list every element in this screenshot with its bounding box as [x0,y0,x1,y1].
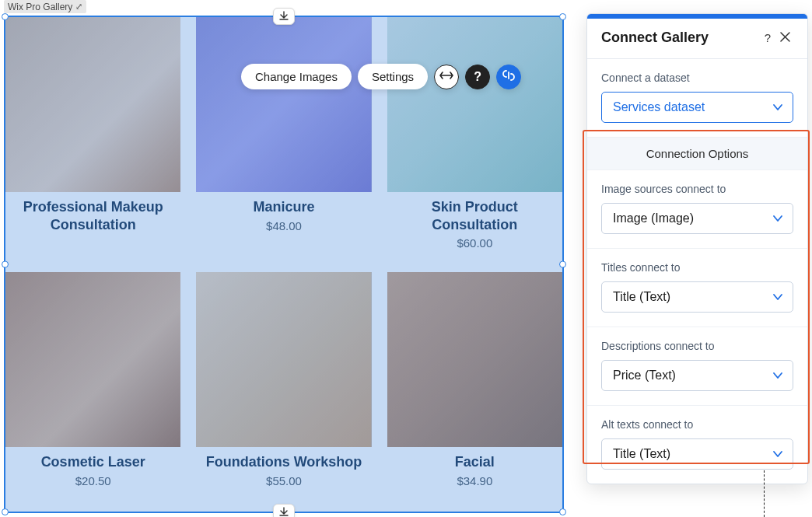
close-icon [780,31,790,44]
descriptions-label: Descriptions connect to [601,340,793,352]
alt-texts-select-value: Title (Text) [613,447,670,460]
titles-select[interactable]: Title (Text) [601,281,793,313]
gallery-card-price: $20.50 [75,474,111,487]
alt-texts-label: Alt texts connect to [601,418,793,431]
help-button[interactable]: ? [465,65,490,89]
dataset-section: Connect a dataset Services dataset [587,59,807,138]
gallery-card-title: Facial [452,453,498,471]
gallery-card[interactable]: Skin Product Consultation $60.00 [387,17,562,257]
gallery-card-image [196,17,371,192]
connect-data-button[interactable] [496,65,521,89]
alt-texts-select[interactable]: Title (Text) [601,438,793,470]
gallery-card-price: $60.00 [457,236,492,250]
resize-handle-mid-right[interactable] [559,261,566,268]
gallery-card-title: Skin Product Consultation [387,198,562,233]
gallery-card-price: $55.00 [266,474,302,487]
panel-title: Connect Gallery [601,30,759,46]
gallery-card-title: Cosmetic Laser [38,453,149,471]
gallery-card-image [387,272,562,447]
gallery-card-price: $34.90 [457,474,492,487]
resize-handle-top-left[interactable] [2,13,9,20]
gallery-card[interactable]: Manicure $48.00 [196,17,371,257]
settings-button[interactable]: Settings [358,64,428,89]
titles-label: Titles connect to [601,261,793,274]
gallery-card-image [5,17,180,192]
gallery-selection[interactable]: Professional Makeup Consultation Manicur… [4,16,564,513]
titles-section: Titles connect to Title (Text) [587,249,807,327]
gallery-card-title: Foundations Workshop [203,453,366,471]
chevron-down-icon [772,369,783,383]
stretch-button[interactable] [434,65,459,89]
chevron-down-icon [772,447,783,461]
gallery-card[interactable]: Cosmetic Laser $20.50 [5,272,180,512]
panel-help-button[interactable]: ? [759,31,776,44]
descriptions-select-value: Price (Text) [613,369,676,382]
chevron-down-icon [772,100,783,114]
gallery-card-price: $48.00 [266,219,302,232]
image-sources-select-value: Image (Image) [613,211,694,225]
gallery-card-image [196,272,371,447]
alignment-guide [764,470,765,517]
gallery-card[interactable]: Foundations Workshop $55.00 [196,272,371,512]
connection-options-header: Connection Options [587,138,807,170]
resize-handle-mid-left[interactable] [2,261,9,268]
element-type-label: Wix Pro Gallery [8,2,72,12]
gallery-card-image [5,272,180,447]
gallery-card[interactable]: Professional Makeup Consultation [5,17,180,257]
dataset-select[interactable]: Services dataset [601,92,793,123]
descriptions-section: Descriptions connect to Price (Text) [587,327,807,406]
question-icon: ? [474,70,481,84]
dataset-label: Connect a dataset [601,72,793,84]
connect-gallery-panel: Connect Gallery ? Connect a dataset Serv… [586,13,808,484]
question-icon: ? [765,31,771,44]
gallery-card-image [387,17,562,192]
dataset-select-value: Services dataset [613,100,705,114]
image-sources-section: Image sources connect to Image (Image) [587,170,807,249]
gallery-grid: Professional Makeup Consultation Manicur… [5,17,562,512]
resize-handle-top-right[interactable] [559,13,566,20]
chevron-down-icon [772,290,783,304]
resize-handle-bottom-left[interactable] [2,508,9,515]
drag-down-icon [278,11,289,23]
panel-header: Connect Gallery ? [587,19,807,59]
gallery-card-title: Manicure [250,198,317,216]
drag-handle-top[interactable] [273,8,295,25]
change-images-button[interactable]: Change Images [241,64,352,89]
gallery-card-title: Professional Makeup Consultation [5,198,180,233]
gallery-card[interactable]: Facial $34.90 [387,272,562,512]
resize-handle-bottom-right[interactable] [559,508,566,515]
crop-icon: ⤢ [75,2,82,11]
drag-handle-bottom[interactable] [273,504,295,517]
connect-data-icon [502,68,516,86]
descriptions-select[interactable]: Price (Text) [601,360,793,391]
chevron-down-icon [772,211,783,225]
element-toolbar: Change Images Settings ? [241,64,521,89]
image-sources-label: Image sources connect to [601,183,793,195]
element-type-tag[interactable]: Wix Pro Gallery ⤢ [4,0,86,13]
stretch-icon [439,70,453,84]
drag-down-icon [278,507,289,518]
panel-close-button[interactable] [776,31,793,44]
titles-select-value: Title (Text) [613,290,670,303]
image-sources-select[interactable]: Image (Image) [601,203,793,234]
alt-texts-section: Alt texts connect to Title (Text) [587,406,807,484]
